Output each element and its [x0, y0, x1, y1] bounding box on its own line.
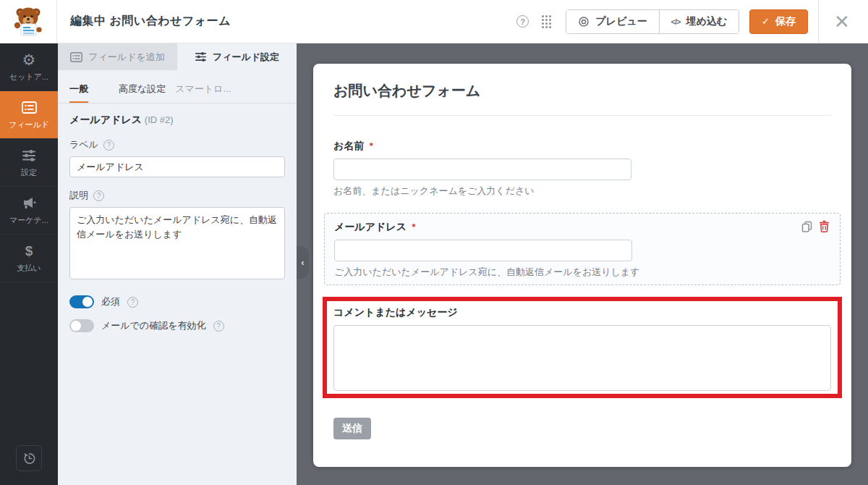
email-field-input[interactable]	[334, 240, 632, 261]
panel-tabs: フィールドを追加 フィールド設定	[58, 43, 297, 70]
field-title-row: メールアドレス (ID #2)	[69, 114, 285, 127]
gear-icon: ⚙	[22, 52, 36, 68]
label-option-label: ラベル	[69, 138, 98, 151]
save-button[interactable]: ✓ 保存	[749, 9, 808, 34]
annotation-red-box: コメントまたはメッセージ	[323, 297, 842, 398]
field-title: メールアドレス	[69, 114, 142, 125]
trash-icon	[819, 220, 830, 232]
embed-button[interactable]: </> 埋め込む	[659, 10, 739, 33]
sidebar-item-marketing[interactable]: マーケテ...	[0, 187, 58, 235]
help-icon[interactable]: ?	[127, 297, 138, 308]
sliders-icon	[195, 51, 207, 62]
field-id: (ID #2)	[145, 114, 174, 125]
field-actions	[801, 220, 830, 232]
label-input[interactable]	[69, 156, 285, 177]
sidebar-item-label: セットア...	[9, 72, 48, 83]
preview-button[interactable]: プレビュー	[566, 10, 658, 33]
submit-button[interactable]: 送信	[333, 418, 371, 439]
description-option-label: 説明	[69, 189, 88, 202]
tab-label: フィールドを追加	[88, 51, 165, 64]
comment-field-textarea[interactable]	[333, 325, 831, 391]
help-icon[interactable]: ?	[103, 140, 114, 151]
code-icon: </>	[671, 17, 681, 26]
chevron-left-icon: ‹	[301, 257, 304, 268]
preview-label: プレビュー	[595, 15, 647, 28]
help-icon: ?	[516, 15, 529, 28]
sidebar-item-fields[interactable]: フィールド	[0, 91, 58, 139]
save-label: 保存	[775, 15, 796, 28]
sidebar-item-setup[interactable]: ⚙ セットア...	[0, 43, 58, 91]
editing-label: 編集中	[70, 14, 106, 27]
email-confirm-toggle-label: メールでの確認を有効化	[101, 319, 206, 332]
tab-label: フィールド設定	[213, 51, 279, 64]
description-textarea[interactable]: ご入力いただいたメールアドレス宛に、自動返信メールをお送りします	[69, 207, 285, 279]
fields-icon	[70, 52, 82, 62]
option-subtabs: 一般 高度な設定 スマートロ...	[58, 70, 297, 104]
sidebar-item-settings[interactable]: 設定	[0, 139, 58, 187]
help-button[interactable]: ?	[516, 15, 529, 28]
page-title: 編集中 お問い合わせフォーム	[70, 14, 231, 29]
form-preview-workspace: お問い合わせフォーム お名前 * お名前、またはニックネームをご入力ください メ…	[297, 43, 868, 485]
tab-add-fields[interactable]: フィールドを追加	[58, 43, 177, 70]
description-option-row: 説明 ?	[69, 189, 285, 202]
field-email-selected[interactable]: メールアドレス *	[324, 213, 841, 285]
required-toggle[interactable]	[69, 295, 94, 308]
sidebar-nav: ⚙ セットア... フィールド	[0, 43, 58, 485]
duplicate-field-button[interactable]	[801, 221, 812, 232]
email-confirm-toggle-row: メールでの確認を有効化 ?	[69, 319, 285, 332]
required-toggle-label: 必須	[101, 295, 120, 308]
history-icon	[22, 451, 37, 466]
required-asterisk: *	[412, 222, 415, 232]
form-title-divider	[333, 115, 831, 116]
label-option-row: ラベル ?	[69, 138, 285, 151]
form-title: お問い合わせフォーム	[333, 81, 831, 101]
topbar-divider	[818, 0, 819, 43]
name-field-input[interactable]	[333, 159, 631, 180]
subtab-advanced[interactable]: 高度な設定	[119, 83, 166, 103]
preview-embed-group: プレビュー </> 埋め込む	[566, 9, 739, 34]
required-toggle-row: 必須 ?	[69, 295, 285, 308]
fields-icon	[22, 100, 37, 116]
help-icon[interactable]: ?	[93, 190, 104, 201]
panel-collapse-handle[interactable]: ‹	[297, 246, 309, 279]
sidebar-item-label: 設定	[21, 167, 37, 178]
subtab-smart-logic[interactable]: スマートロ...	[175, 83, 231, 103]
email-confirm-toggle[interactable]	[69, 319, 94, 332]
email-field-help: ご入力いただいたメールアドレス宛に、自動返信メールをお送りします	[334, 266, 830, 279]
panel-body: メールアドレス (ID #2) ラベル ? 説明 ? ご入力いただいたメールアド…	[58, 104, 297, 353]
form-preview-card: お問い合わせフォーム お名前 * お名前、またはニックネームをご入力ください メ…	[313, 64, 851, 467]
comment-field-label: コメントまたはメッセージ	[333, 306, 458, 318]
help-icon[interactable]: ?	[213, 321, 224, 332]
sidebar-item-label: フィールド	[9, 119, 49, 130]
email-field-label: メールアドレス	[334, 221, 407, 232]
form-name: お問い合わせフォーム	[109, 14, 231, 27]
name-field-label: お名前	[333, 140, 364, 151]
close-button[interactable]: ✕	[826, 12, 858, 31]
megaphone-icon	[22, 195, 36, 211]
sliders-icon	[22, 148, 36, 164]
check-icon: ✓	[762, 16, 770, 27]
topbar: 編集中 お問い合わせフォーム ? プレビュー </>	[0, 0, 868, 43]
wpforms-logo	[0, 0, 57, 43]
field-options-panel: フィールドを追加 フィールド設定 一般 高度な設定 スマートロ... メールアド…	[58, 43, 297, 485]
required-asterisk: *	[370, 140, 373, 151]
tab-field-options[interactable]: フィールド設定	[177, 43, 297, 70]
dollar-icon: $	[25, 243, 33, 259]
copy-icon	[801, 221, 812, 232]
field-name[interactable]: お名前 * お名前、またはニックネームをご入力ください	[333, 139, 831, 198]
subtab-general[interactable]: 一般	[69, 83, 88, 103]
name-field-help: お名前、またはニックネームをご入力ください	[333, 185, 831, 198]
delete-field-button[interactable]	[819, 220, 830, 232]
eye-icon	[578, 16, 590, 28]
sidebar-item-label: 支払い	[17, 263, 41, 274]
bear-logo-icon	[12, 6, 44, 38]
apps-grid-icon[interactable]	[542, 15, 551, 28]
revisions-button[interactable]	[16, 445, 42, 471]
sidebar-item-label: マーケテ...	[9, 215, 48, 226]
embed-label: 埋め込む	[686, 15, 727, 28]
form-builder-app: 編集中 お問い合わせフォーム ? プレビュー </>	[0, 0, 868, 485]
field-comment[interactable]: コメントまたはメッセージ	[333, 305, 831, 391]
sidebar-item-payments[interactable]: $ 支払い	[0, 235, 58, 282]
topbar-actions: ? プレビュー </> 埋め込む ✓	[516, 0, 868, 43]
